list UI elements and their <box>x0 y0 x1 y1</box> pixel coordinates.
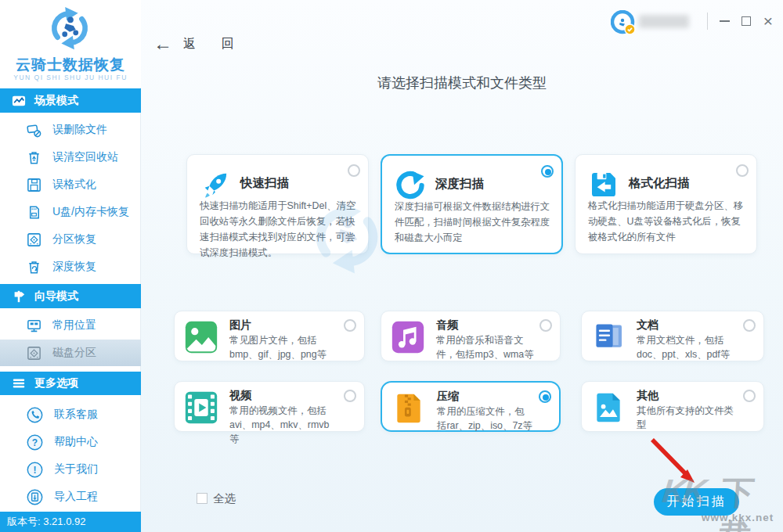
sidebar-item-about-us[interactable]: ! 关于我们 <box>0 456 141 483</box>
sidebar-item-label: 误格式化 <box>52 178 96 192</box>
sidebar-item-formatted[interactable]: 误格式化 <box>0 171 141 198</box>
file-type-desc: 常用的压缩文件，包括rar、zip、iso、7z等 <box>437 405 533 433</box>
file-type-card-image[interactable]: 图片 常见图片文件，包括bmp、gif、jpg、png等 <box>174 311 365 361</box>
video-file-icon <box>184 390 218 425</box>
svg-text:!: ! <box>34 464 37 475</box>
file-type-card-other[interactable]: 其他 其他所有支持的文件类型 <box>581 381 764 432</box>
exclamation-icon: ! <box>26 461 44 479</box>
sidebar-item-deep-recovery[interactable]: 深度恢复 <box>0 253 141 280</box>
sidebar-item-label: 磁盘分区 <box>52 346 96 360</box>
scan-mode-card-deep[interactable]: 深度扫描 深度扫描可根据文件数据结构进行文件匹配，扫描时间根据文件复杂程度和磁盘… <box>381 154 563 254</box>
scan-mode-desc: 深度扫描可根据文件数据结构进行文件匹配，扫描时间根据文件复杂程度和磁盘大小而定 <box>395 200 551 246</box>
scan-mode-card-quick[interactable]: 快速扫描 快速扫描功能适用于Shift+Del、清空回收站等永久删除文件后恢复，… <box>186 154 369 254</box>
file-type-radio-other[interactable] <box>743 390 756 402</box>
sidebar-item-label: 误删除文件 <box>52 123 107 137</box>
import-icon <box>26 488 44 506</box>
file-type-card-document[interactable]: 文档 常用文档文件，包括doc、ppt、xls、pdf等 <box>581 311 764 361</box>
sidebar-item-import-project[interactable]: 导入工程 <box>0 483 141 510</box>
sidebar-item-disk-partition[interactable]: 磁盘分区 <box>0 340 141 366</box>
scene-mode-icon <box>12 94 26 108</box>
svg-text:?: ? <box>32 437 38 448</box>
sidebar: 云骑士数据恢复 YUN QI SHI SHU JU HUI FU 场景模式 误删… <box>0 0 141 532</box>
scan-mode-title: 快速扫描 <box>240 175 289 192</box>
user-avatar[interactable] <box>611 10 636 35</box>
sidebar-section-more-options[interactable]: 更多选项 <box>0 372 141 395</box>
file-type-title: 图片 <box>229 318 251 332</box>
file-type-radio-document[interactable] <box>743 319 756 332</box>
floppy-disk-icon <box>26 177 42 193</box>
section-label: 更多选项 <box>34 376 78 390</box>
document-file-icon <box>591 320 626 354</box>
file-type-desc: 其他所有支持的文件类型 <box>637 404 738 433</box>
file-type-title: 其他 <box>637 389 659 403</box>
audio-file-icon <box>391 320 425 354</box>
maximize-button[interactable] <box>736 11 756 31</box>
app-logo-area: 云骑士数据恢复 YUN QI SHI SHU JU HUI FU <box>0 0 141 88</box>
version-label: 版本号: 3.21.0.92 <box>0 512 141 532</box>
close-icon: × <box>763 13 773 29</box>
sidebar-item-help-center[interactable]: ? 帮助中心 <box>0 429 141 455</box>
scan-mode-desc: 快速扫描功能适用于Shift+Del、清空回收站等永久删除文件后恢复，若快速扫描… <box>200 199 358 261</box>
select-all-label[interactable]: 全选 <box>213 491 236 506</box>
sidebar-item-label: 常用位置 <box>52 318 96 332</box>
start-scan-button[interactable]: 开始扫描 <box>654 488 739 516</box>
file-type-desc: 常用的音乐和语音文件，包括mp3、wma等 <box>436 334 534 362</box>
file-type-radio-video[interactable] <box>344 390 356 402</box>
sidebar-item-label: 误清空回收站 <box>52 150 118 164</box>
username-blurred <box>639 15 689 28</box>
deep-scan-icon <box>395 170 426 201</box>
rocket-icon <box>200 169 231 200</box>
question-icon: ? <box>26 433 44 451</box>
file-type-desc: 常见图片文件，包括bmp、gif、jpg、png等 <box>229 334 338 362</box>
back-button[interactable]: ← 返 回 <box>153 34 244 53</box>
sidebar-item-label: 关于我们 <box>54 462 98 476</box>
app-logo-icon <box>45 4 94 52</box>
file-type-title: 文档 <box>637 318 659 332</box>
file-type-card-archive[interactable]: 压缩 常用的压缩文件，包括rar、zip、iso、7z等 <box>381 381 561 432</box>
sidebar-item-partition-recovery[interactable]: 分区恢复 <box>0 226 141 253</box>
sidebar-item-label: 帮助中心 <box>54 435 98 449</box>
maximize-icon <box>742 16 751 26</box>
phone-icon <box>26 406 44 424</box>
scan-mode-title: 深度扫描 <box>435 176 484 192</box>
file-type-title: 视频 <box>229 389 251 403</box>
file-type-desc: 常用的视频文件，包括avi、mp4、mkv、rmvb等 <box>229 404 338 447</box>
select-all-checkbox[interactable] <box>197 493 207 504</box>
sidebar-item-label: 导入工程 <box>54 490 98 504</box>
brand-title: 云骑士数据恢复 <box>0 55 141 75</box>
brand-subtitle: YUN QI SHI SHU JU HUI FU <box>0 74 141 81</box>
sidebar-section-scene-mode[interactable]: 场景模式 <box>0 88 141 113</box>
scan-mode-card-format[interactable]: 格式化扫描 格式化扫描功能适用于硬盘分区、移动硬盘、U盘等设备格式化后，恢复被格… <box>575 154 757 254</box>
app-window: 云骑士数据恢复 YUN QI SHI SHU JU HUI FU 场景模式 误删… <box>0 0 783 532</box>
sidebar-section-wizard-mode[interactable]: 向导模式 <box>0 284 141 308</box>
file-type-card-video[interactable]: 视频 常用的视频文件，包括avi、mp4、mkv、rmvb等 <box>174 381 365 432</box>
file-type-radio-archive[interactable] <box>539 390 551 403</box>
sidebar-item-label: 深度恢复 <box>52 260 96 274</box>
sidebar-item-usb-sdcard-recovery[interactable]: U盘/内存卡恢复 <box>0 199 141 225</box>
sidebar-item-emptied-recycle-bin[interactable]: 误清空回收站 <box>0 144 141 171</box>
sidebar-item-common-locations[interactable]: 常用位置 <box>0 312 141 339</box>
sidebar-item-label: U盘/内存卡恢复 <box>52 205 129 219</box>
image-file-icon <box>184 320 218 354</box>
annotation-arrow-icon <box>645 435 705 491</box>
file-type-radio-image[interactable] <box>344 319 356 332</box>
scan-mode-radio-format[interactable] <box>736 164 749 177</box>
sidebar-item-label: 分区恢复 <box>52 232 96 246</box>
more-options-icon <box>12 376 26 390</box>
scan-mode-radio-quick[interactable] <box>348 164 360 177</box>
sidebar-item-contact-support[interactable]: 联系客服 <box>0 401 141 428</box>
deleted-file-icon <box>26 122 42 138</box>
file-type-radio-audio[interactable] <box>539 319 552 332</box>
page-title: 请选择扫描模式和文件类型 <box>141 74 783 92</box>
section-label: 场景模式 <box>34 94 78 108</box>
scan-mode-desc: 格式化扫描功能适用于硬盘分区、移动硬盘、U盘等设备格式化后，恢复被格式化的所有文… <box>588 199 746 246</box>
monitor-icon <box>26 318 42 334</box>
scan-mode-radio-deep[interactable] <box>541 165 554 178</box>
minimize-button[interactable] <box>714 11 734 31</box>
close-button[interactable]: × <box>758 11 778 31</box>
sidebar-item-deleted-files[interactable]: 误删除文件 <box>0 117 141 143</box>
other-file-icon <box>591 390 626 425</box>
file-type-card-audio[interactable]: 音频 常用的音乐和语音文件，包括mp3、wma等 <box>381 311 561 361</box>
scan-mode-title: 格式化扫描 <box>629 175 690 192</box>
sd-card-icon <box>26 204 42 221</box>
